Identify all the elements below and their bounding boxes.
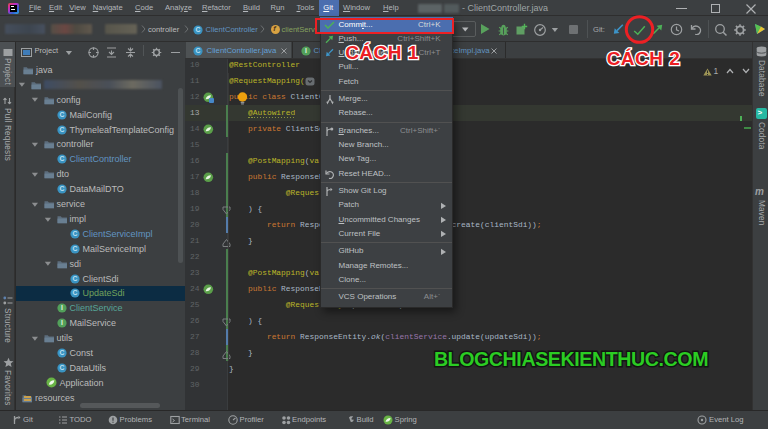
svg-text:CÁCH 1: CÁCH 1 <box>345 42 419 63</box>
svg-text:CÁCH 2: CÁCH 2 <box>607 48 681 69</box>
svg-text:BLOGCHIASEKIENTHUC.COM: BLOGCHIASEKIENTHUC.COM <box>434 348 708 370</box>
